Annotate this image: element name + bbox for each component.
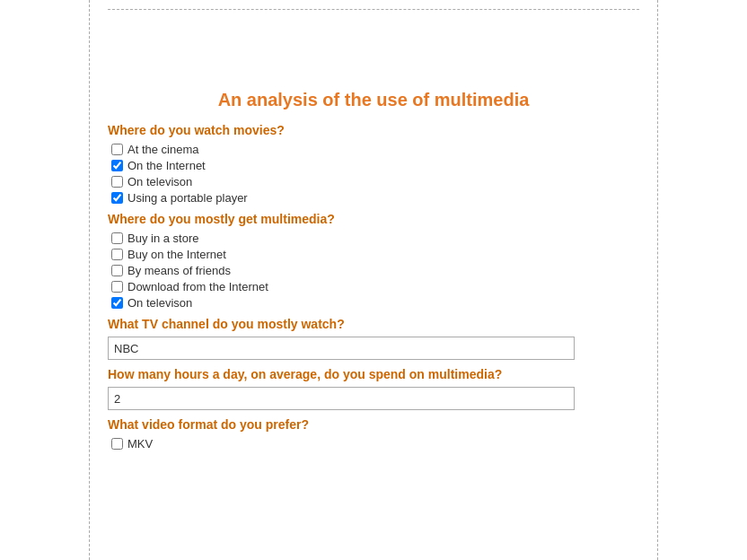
- tv-channel-group: [108, 337, 639, 360]
- hours-group: [108, 387, 639, 410]
- checkbox-cinema[interactable]: [111, 144, 123, 155]
- label-television2: On televison: [127, 296, 192, 310]
- top-border: [108, 9, 639, 81]
- checkbox-buy-store[interactable]: [111, 232, 123, 244]
- survey-title: An analysis of the use of multimedia: [108, 90, 639, 110]
- checkbox-item: Buy in a store: [111, 232, 639, 245]
- right-margin: [657, 0, 747, 560]
- label-download: Download from the Internet: [127, 280, 268, 293]
- checkbox-television[interactable]: [111, 176, 123, 188]
- label-internet: On the Internet: [127, 159, 206, 172]
- checkbox-item: At the cinema: [111, 143, 639, 156]
- checkbox-mkv[interactable]: [111, 438, 123, 450]
- left-margin: [0, 0, 90, 560]
- heading-hours: How many hours a day, on average, do you…: [108, 367, 639, 381]
- checkbox-item: On televison: [111, 296, 639, 310]
- checkbox-item: MKV: [111, 437, 639, 451]
- label-portable: Using a portable player: [127, 191, 248, 205]
- label-mkv: MKV: [127, 437, 153, 451]
- checkbox-item: Download from the Internet: [111, 280, 639, 293]
- heading-get-multimedia: Where do you mostly get multimedia?: [108, 212, 639, 226]
- checkbox-item: On the Internet: [111, 159, 639, 172]
- checkbox-item: On televison: [111, 175, 639, 188]
- tv-channel-input[interactable]: [108, 337, 575, 360]
- checkbox-buy-internet[interactable]: [111, 249, 123, 260]
- checkbox-television2[interactable]: [111, 297, 123, 309]
- checkbox-item: By means of friends: [111, 264, 639, 277]
- label-cinema: At the cinema: [127, 143, 199, 156]
- content-area: An analysis of the use of multimedia Whe…: [90, 0, 657, 560]
- label-buy-internet: Buy on the Internet: [127, 248, 226, 261]
- label-friends: By means of friends: [127, 264, 231, 277]
- checkbox-item: Using a portable player: [111, 191, 639, 205]
- hours-input[interactable]: [108, 387, 575, 410]
- label-television: On televison: [127, 175, 192, 188]
- checkbox-item: Buy on the Internet: [111, 248, 639, 261]
- heading-watch-movies: Where do you watch movies?: [108, 123, 639, 137]
- checkbox-download[interactable]: [111, 281, 123, 293]
- heading-video-format: What video format do you prefer?: [108, 417, 639, 432]
- heading-tv-channel: What TV channel do you mostly watch?: [108, 317, 639, 331]
- checkbox-friends[interactable]: [111, 265, 123, 276]
- label-buy-store: Buy in a store: [127, 232, 199, 245]
- checkbox-internet[interactable]: [111, 160, 123, 171]
- checkbox-portable[interactable]: [111, 192, 123, 204]
